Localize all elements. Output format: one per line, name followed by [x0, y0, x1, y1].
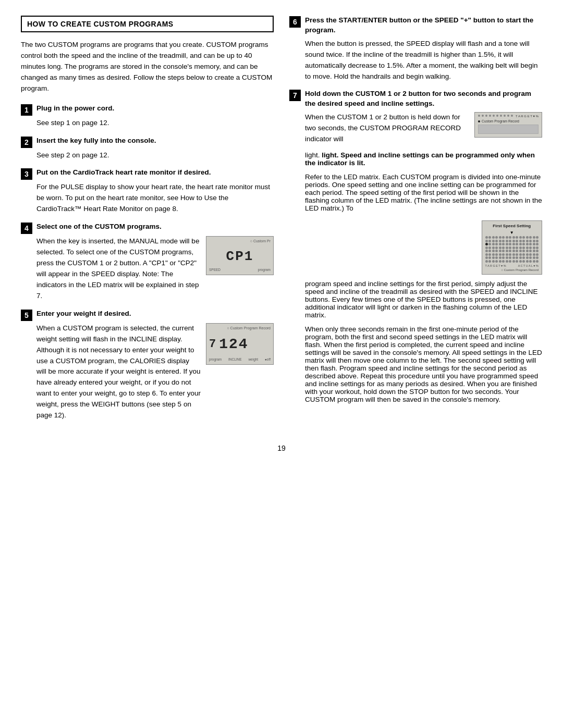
step-3-title: Put on the CardioTrack heart rate monito… [36, 168, 211, 178]
step-1-header: 1 Plug in the power cord. [21, 104, 274, 116]
step-4-image: ○ Custom Pr CP1 SPEED program [206, 236, 274, 275]
led-row-5 [485, 250, 539, 252]
actual-label: A C T U A L ♥ % [518, 264, 538, 267]
step-6-block: 6 Press the START/ENTER button or the SP… [289, 16, 542, 82]
step-2-header: 2 Insert the key fully into the console. [21, 136, 274, 148]
fss-arrow: ▼ [485, 230, 539, 235]
cp1-display: CP1 [226, 246, 254, 267]
step-2-number: 2 [21, 137, 32, 148]
step-7-indicator-image: T A R G E T ♥ % Custom Program Record [474, 112, 542, 145]
ind-dot-7 [500, 115, 502, 117]
led-row-2 [485, 240, 539, 242]
step-5-header: 5 Enter your weight if desired. [21, 309, 274, 321]
step-7-block: 7 Hold down the CUSTOM 1 or 2 button for… [289, 89, 542, 403]
console-top-label-4: ○ Custom Pr [209, 239, 271, 244]
console-bottom-row-4: SPEED program [209, 267, 271, 273]
weight-bottom-row: program INCLINE weight ●off [209, 357, 271, 362]
program-label-5: program [209, 357, 222, 362]
weight-digits-row: 7 124 [209, 332, 271, 357]
step-5-content: When a CUSTOM program is selected, the c… [36, 323, 274, 421]
step-5-block: 5 Enter your weight if desired. When a C… [21, 309, 274, 421]
step-7-title: Hold down the CUSTOM 1 or 2 button for t… [305, 89, 542, 109]
step-7-text-part1: When the CUSTOM 1 or 2 button is held do… [305, 112, 468, 145]
indicator-top-dots: T A R G E T ♥ % [478, 115, 538, 118]
fss-label: First Speed Setting [485, 224, 539, 228]
step-4-block: 4 Select one of the CUSTOM programs. Whe… [21, 222, 274, 302]
step-4-text: When the key is inserted, the MANUAL mod… [36, 236, 201, 302]
bold-speed-incline: light. Speed and incline settings can be… [305, 151, 535, 167]
indicator-box: T A R G E T ♥ % Custom Program Record [474, 112, 542, 138]
led-row-1 [485, 236, 539, 239]
console-digits-4: CP1 [209, 245, 271, 267]
step-7-text-part2: light. light. Speed and incline settings… [305, 151, 542, 167]
step-5-number: 5 [21, 310, 32, 321]
page-container: HOW TO CREATE CUSTOM PROGRAMS The two CU… [21, 16, 542, 428]
step-1-title: Plug in the power cord. [36, 104, 114, 114]
program-label: program [258, 267, 271, 273]
led-row-8 [485, 260, 539, 263]
led-row-3 [485, 243, 539, 245]
step-6-number: 6 [289, 16, 301, 28]
step-7-number: 7 [289, 90, 301, 101]
led-row-4 [485, 246, 539, 249]
ind-dot-10 [511, 115, 513, 117]
led-row-6 [485, 253, 539, 256]
intro-text: The two CUSTOM programs are programs tha… [21, 40, 274, 94]
weight-label-5: weight [248, 357, 258, 362]
step-7-text-part4: program speed and incline settings for t… [305, 280, 542, 319]
step-7-led-section: First Speed Setting ▼ [305, 218, 542, 275]
incline-label-5: INCLINE [228, 357, 242, 362]
ind-dot-4 [489, 115, 491, 117]
led-row-7 [485, 256, 539, 259]
off-label-5: ●off [265, 357, 271, 362]
step-4-title: Select one of the CUSTOM programs. [36, 222, 162, 232]
ind-dot-6 [496, 115, 498, 117]
record-dot [478, 120, 480, 122]
weight-display: ○ Custom Program Record 7 124 program IN… [206, 323, 274, 365]
weight-top-label: ○ Custom Program Record [209, 326, 271, 331]
left-column: HOW TO CREATE CUSTOM PROGRAMS The two CU… [21, 16, 274, 428]
indicator-record-row: Custom Program Record [478, 119, 538, 123]
step-7-indicator-section: When the CUSTOM 1 or 2 button is held do… [305, 112, 542, 145]
step-7-text-before: When the CUSTOM 1 or 2 button is held do… [305, 113, 461, 143]
step-5-image: ○ Custom Program Record 7 124 program IN… [206, 323, 274, 365]
step-7-text-part5: When only three seconds remain in the fi… [305, 325, 542, 403]
step-5-with-image: When a CUSTOM program is selected, the c… [36, 323, 274, 421]
led-bottom-labels: T A R G E T ♥ % A C T U A L ♥ % [485, 264, 539, 267]
step-1-number: 1 [21, 104, 32, 116]
step-4-content: When the key is inserted, the MANUAL mod… [36, 236, 274, 302]
section-header: HOW TO CREATE CUSTOM PROGRAMS [21, 16, 274, 32]
step-4-number: 4 [21, 223, 32, 234]
step-5-text: When a CUSTOM program is selected, the c… [36, 323, 201, 421]
step-3-block: 3 Put on the CardioTrack heart rate moni… [21, 168, 274, 215]
first-speed-setting-box: First Speed Setting ▼ [482, 220, 543, 275]
step-3-header: 3 Put on the CardioTrack heart rate moni… [21, 168, 274, 180]
page-number: 19 [21, 444, 542, 452]
right-column: 6 Press the START/ENTER button or the SP… [289, 16, 542, 428]
ind-dot-2 [482, 115, 484, 117]
step-4-with-image: When the key is inserted, the MANUAL mod… [36, 236, 274, 302]
step-7-header: 7 Hold down the CUSTOM 1 or 2 button for… [289, 89, 542, 109]
step-3-number: 3 [21, 168, 32, 180]
ind-dot-8 [504, 115, 506, 117]
step-1-content: See step 1 on page 12. [36, 118, 274, 129]
step-4-header: 4 Select one of the CUSTOM programs. [21, 222, 274, 234]
speed-label: SPEED [209, 267, 221, 273]
step-7-text-part3: Refer to the LED matrix. Each CUSTOM pro… [305, 173, 542, 212]
step-2-block: 2 Insert the key fully into the console.… [21, 136, 274, 161]
step-2-content: See step 2 on page 12. [36, 150, 274, 161]
indicator-label: Custom Program Record [482, 119, 519, 123]
target-label: T A R G E T ♥ % [485, 264, 506, 267]
weight-digit-7: 7 [209, 336, 216, 353]
step-6-content: When the button is pressed, the SPEED di… [305, 39, 542, 82]
step-7-content: When the CUSTOM 1 or 2 button is held do… [305, 112, 542, 403]
step-5-title: Enter your weight if desired. [36, 309, 131, 319]
step-3-content: For the PULSE display to show your heart… [36, 182, 274, 215]
step-1-block: 1 Plug in the power cord. See step 1 on … [21, 104, 274, 129]
weight-digits: 124 [219, 333, 248, 355]
indicator-bar [478, 125, 538, 134]
step-6-header: 6 Press the START/ENTER button or the SP… [289, 16, 542, 35]
indicator-pct: T A R G E T ♥ % [516, 115, 538, 118]
led-grid [485, 236, 539, 263]
fss-led-container: First Speed Setting ▼ [482, 218, 543, 275]
